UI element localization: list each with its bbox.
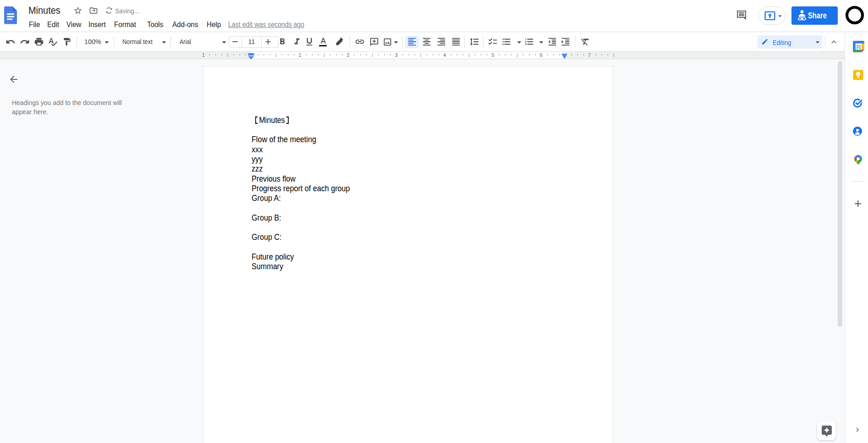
svg-text:1: 1 (298, 52, 301, 58)
svg-text:4: 4 (443, 52, 446, 58)
svg-text:3: 3 (395, 52, 398, 58)
svg-text:5: 5 (491, 52, 494, 58)
svg-text:2: 2 (347, 52, 350, 58)
svg-text:1: 1 (202, 52, 205, 58)
svg-text:31: 31 (856, 44, 861, 50)
svg-text:6: 6 (540, 52, 543, 58)
svg-text:7: 7 (588, 52, 591, 58)
